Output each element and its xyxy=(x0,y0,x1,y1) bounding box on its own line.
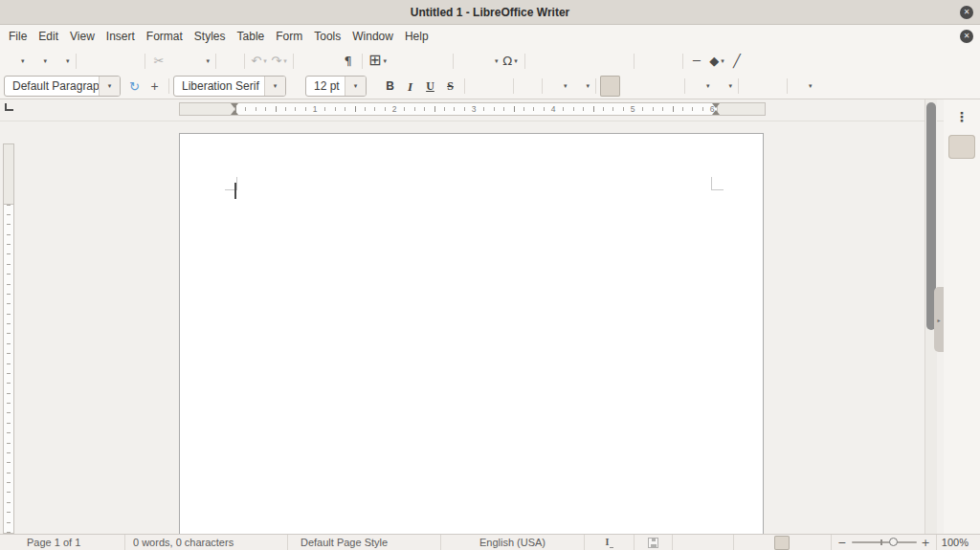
new-style-from-selection[interactable]: + xyxy=(145,76,165,97)
sidebar-hide-handle[interactable]: ▸ xyxy=(934,287,944,352)
new-document[interactable]: ▾ xyxy=(4,51,27,72)
line-spacing[interactable]: ▾ xyxy=(791,76,814,97)
save-dropdown[interactable]: ▾ xyxy=(66,57,70,65)
basic-shapes-dropdown[interactable]: ▾ xyxy=(721,57,724,65)
increase-indent[interactable] xyxy=(743,76,763,97)
align-right[interactable] xyxy=(640,76,660,97)
font-name-select[interactable]: Liberation Serif ▾ xyxy=(173,76,286,97)
paragraph-style-select[interactable]: Default Paragraph ▾ xyxy=(4,76,121,97)
insert-image[interactable] xyxy=(389,51,409,72)
paste-dropdown[interactable]: ▾ xyxy=(207,57,211,65)
copy[interactable] xyxy=(169,51,189,72)
insert-footnote[interactable] xyxy=(549,51,569,72)
underline[interactable]: U xyxy=(420,76,440,97)
insert-horizontal-line[interactable]: ─ xyxy=(687,51,707,72)
zoom-level[interactable]: 100% xyxy=(936,535,980,550)
insert-bookmark[interactable] xyxy=(590,51,610,72)
page-style-status[interactable]: Default Page Style xyxy=(287,535,440,550)
menu-tools[interactable]: Tools xyxy=(308,26,346,47)
font-name-dropdown[interactable]: ▾ xyxy=(264,77,285,96)
menu-insert[interactable]: Insert xyxy=(100,26,141,47)
align-left[interactable] xyxy=(600,76,620,97)
insert-special-character[interactable]: Ω▾ xyxy=(501,51,521,72)
insert-hyperlink[interactable] xyxy=(529,51,549,72)
insert-cross-reference[interactable] xyxy=(610,51,630,72)
language-status[interactable]: English (USA) xyxy=(440,535,584,550)
track-changes[interactable] xyxy=(658,51,679,72)
close-document-button[interactable]: ✕ xyxy=(960,30,973,43)
unordered-list[interactable]: ▾ xyxy=(689,76,712,97)
sidebar-navigator[interactable] xyxy=(948,257,975,281)
sidebar-gallery[interactable] xyxy=(948,227,975,251)
open-file-dropdown[interactable]: ▾ xyxy=(44,57,48,65)
save[interactable]: ▾ xyxy=(49,51,72,72)
update-paragraph-style[interactable]: ↻ xyxy=(124,76,145,97)
save-status[interactable] xyxy=(634,535,672,550)
insert-endnote[interactable] xyxy=(569,51,590,72)
insert-table[interactable]: ⊞▾ xyxy=(367,51,389,72)
print-preview[interactable] xyxy=(121,51,141,72)
new-document-dropdown[interactable]: ▾ xyxy=(21,57,25,65)
horizontal-ruler[interactable]: 123456 xyxy=(179,102,766,116)
menu-help[interactable]: Help xyxy=(399,26,434,47)
sidebar-properties[interactable] xyxy=(948,135,975,159)
single-page-view[interactable] xyxy=(774,536,790,550)
redo-dropdown[interactable]: ▾ xyxy=(283,57,287,65)
align-center[interactable] xyxy=(620,76,640,97)
print[interactable] xyxy=(100,51,121,72)
page-number-status[interactable]: Page 1 of 1 xyxy=(0,535,124,550)
multi-page-view[interactable] xyxy=(792,536,808,550)
clear-formatting[interactable] xyxy=(518,76,538,97)
font-size-select[interactable]: 12 pt ▾ xyxy=(305,76,367,97)
menu-format[interactable]: Format xyxy=(141,26,189,47)
zoom-slider-thumb[interactable] xyxy=(889,538,898,546)
paragraph-style-dropdown[interactable]: ▾ xyxy=(99,77,120,96)
vertical-ruler[interactable] xyxy=(3,143,14,534)
increase-paragraph-spacing[interactable] xyxy=(814,76,835,97)
basic-shapes[interactable]: ◆▾ xyxy=(707,51,727,72)
font-color[interactable]: ▾ xyxy=(546,76,569,97)
indent-marker-right[interactable] xyxy=(712,103,721,115)
undo-dropdown[interactable]: ▾ xyxy=(263,57,267,65)
highlighting-color[interactable]: ▾ xyxy=(569,76,592,97)
selection-mode-status[interactable] xyxy=(672,535,733,550)
menu-table[interactable]: Table xyxy=(232,26,271,47)
clone-formatting[interactable] xyxy=(220,51,240,72)
insert-chart[interactable] xyxy=(409,51,429,72)
insert-field-dropdown[interactable]: ▾ xyxy=(495,57,499,65)
italic[interactable]: I xyxy=(400,76,420,97)
sidebar-styles[interactable] xyxy=(948,196,975,220)
font-size-dropdown[interactable]: ▾ xyxy=(345,77,366,96)
menu-view[interactable]: View xyxy=(64,26,100,47)
export-pdf[interactable] xyxy=(80,51,100,72)
zoom-out-button[interactable]: − xyxy=(837,538,846,548)
draw-line[interactable]: ╱ xyxy=(727,51,747,72)
menu-styles[interactable]: Styles xyxy=(189,26,232,47)
sidebar-settings[interactable]: ⋮ xyxy=(948,104,975,128)
insert-mode-status[interactable] xyxy=(584,535,634,550)
undo[interactable]: ↶▾ xyxy=(249,51,269,72)
cut[interactable]: ✂ xyxy=(149,51,169,72)
justified[interactable] xyxy=(660,76,680,97)
insert-comment[interactable] xyxy=(638,51,658,72)
zoom-slider-track[interactable] xyxy=(852,541,917,543)
find-and-replace[interactable] xyxy=(298,51,318,72)
decrease-paragraph-spacing[interactable] xyxy=(835,76,855,97)
insert-field[interactable]: ▾ xyxy=(478,51,501,72)
formatting-marks[interactable]: ¶ xyxy=(338,51,358,72)
zoom-in-button[interactable]: + xyxy=(922,538,930,548)
strikethrough[interactable]: S xyxy=(440,76,460,97)
sidebar-page[interactable] xyxy=(948,165,975,189)
paste[interactable]: ▾ xyxy=(189,51,212,72)
insert-special-character-dropdown[interactable]: ▾ xyxy=(514,57,518,65)
unordered-list-dropdown[interactable]: ▾ xyxy=(706,82,710,90)
line-spacing-dropdown[interactable]: ▾ xyxy=(809,82,813,90)
menu-window[interactable]: Window xyxy=(346,26,399,47)
menu-edit[interactable]: Edit xyxy=(33,26,64,47)
indent-marker-left[interactable] xyxy=(231,103,239,115)
close-window-button[interactable]: ✕ xyxy=(960,6,973,19)
document-page[interactable] xyxy=(179,133,764,550)
menu-form[interactable]: Form xyxy=(270,26,308,47)
book-view[interactable] xyxy=(811,536,826,550)
superscript[interactable] xyxy=(469,76,489,97)
